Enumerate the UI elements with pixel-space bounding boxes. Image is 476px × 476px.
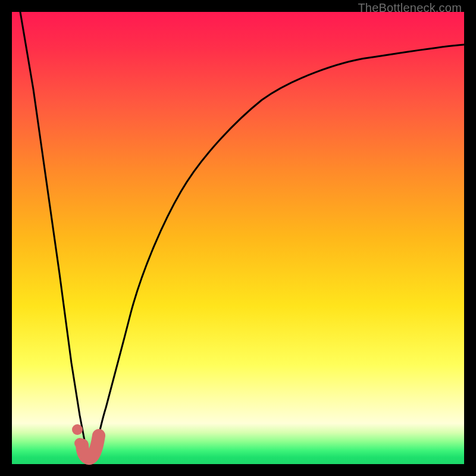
left-falling-curve [20,12,88,455]
dot-upper [72,424,83,435]
curves-svg [12,12,464,464]
dot-lower [74,438,85,449]
chart-frame: TheBottleneck.com [0,0,476,476]
right-rising-curve [94,45,464,455]
attribution-text: TheBottleneck.com [358,1,462,15]
